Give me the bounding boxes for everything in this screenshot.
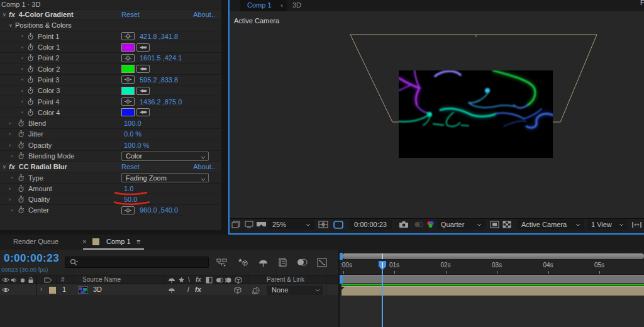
timeline-search-input[interactable] <box>65 257 209 268</box>
color-swatch[interactable] <box>121 43 135 52</box>
frame-blending-icon[interactable] <box>278 258 287 267</box>
stopwatch-icon[interactable] <box>18 119 25 127</box>
composition-viewport[interactable]: Active Camera <box>230 11 644 218</box>
monitor-icon[interactable] <box>245 221 253 228</box>
channel-rgb-icon[interactable] <box>426 221 435 228</box>
view-layout-camera-dropdown[interactable]: Active Camera <box>518 219 584 230</box>
property-value[interactable]: 100.0 <box>124 119 142 127</box>
stopwatch-icon[interactable] <box>18 206 25 214</box>
collapse-caret-icon[interactable]: ∨ <box>8 23 14 28</box>
view-count-dropdown[interactable]: 1 View <box>587 219 628 230</box>
resolution-dropdown[interactable]: Quarter <box>437 219 486 230</box>
tab-back-chevron[interactable]: ‹ <box>280 0 283 11</box>
property-row[interactable]: ›Amount1.0 <box>0 184 221 194</box>
expand-arrow[interactable]: › <box>9 186 14 192</box>
stopwatch-icon[interactable] <box>27 98 34 106</box>
stopwatch-icon[interactable] <box>18 130 25 138</box>
stopwatch-icon[interactable] <box>18 174 25 182</box>
stopwatch-icon[interactable] <box>27 109 34 116</box>
effect-header-row[interactable]: ∨fxCC Radial BlurResetAbout.. <box>0 162 221 172</box>
region-of-interest-icon[interactable] <box>490 221 499 228</box>
about-link[interactable]: About.. <box>193 163 215 170</box>
navigator-start-handle[interactable] <box>340 253 343 260</box>
property-row[interactable]: Color 4 <box>0 108 221 118</box>
layer-visibility-eye-icon[interactable] <box>2 287 9 293</box>
layer-fx-icon[interactable]: fx <box>195 285 201 293</box>
tab-comp1-timeline[interactable]: Comp 1 <box>106 235 131 249</box>
shy-layers-icon[interactable] <box>258 258 269 267</box>
shy-column-icon[interactable] <box>168 277 175 284</box>
property-row[interactable]: Point 21601.5 ,424.1 <box>0 53 221 64</box>
comp-flowchart-icon[interactable] <box>216 258 228 267</box>
color-swatch[interactable] <box>121 108 135 116</box>
stopwatch-icon[interactable] <box>27 54 34 62</box>
point-crosshair-button[interactable] <box>121 32 135 40</box>
grid-guides-icon[interactable] <box>318 221 329 229</box>
property-row[interactable]: ›Blend100.0 <box>0 118 221 129</box>
mask-visibility-icon[interactable] <box>331 220 345 230</box>
color-swatch[interactable] <box>121 87 135 95</box>
solo-icon[interactable] <box>20 278 25 283</box>
parent-dropdown[interactable]: None <box>267 285 323 295</box>
label-column-icon[interactable] <box>44 277 52 284</box>
stopwatch-icon[interactable] <box>18 152 25 160</box>
collapse-caret-icon[interactable]: ∨ <box>1 164 8 170</box>
property-row[interactable]: TypeFading Zoom <box>0 172 221 183</box>
color-swatch[interactable] <box>121 65 135 73</box>
point-crosshair-button[interactable] <box>121 54 135 62</box>
about-link[interactable]: About.. <box>193 11 215 18</box>
magnification-dropdown[interactable]: 25% <box>269 219 314 230</box>
col-number[interactable]: # <box>61 276 65 283</box>
fx-column-icon[interactable]: fx <box>196 276 201 283</box>
property-value[interactable]: 50.0 <box>124 196 137 203</box>
stopwatch-icon[interactable] <box>27 43 34 51</box>
point-value[interactable]: 1601.5 ,424.1 <box>140 54 182 62</box>
work-area-start-handle[interactable] <box>340 275 343 284</box>
expand-arrow[interactable]: › <box>9 196 14 202</box>
property-row[interactable]: Point 1421.8 ,341.8 <box>0 31 221 42</box>
layer-duration-bar[interactable] <box>341 286 644 296</box>
cube-3d-column-icon[interactable] <box>235 277 242 284</box>
audio-speaker-icon[interactable] <box>11 277 18 284</box>
layer-label-chip[interactable] <box>49 287 56 294</box>
tab-comp1-viewer[interactable]: Comp 1‹ <box>240 0 287 11</box>
property-dropdown[interactable]: Fading Zoom <box>121 173 209 182</box>
eyedropper-button[interactable] <box>136 87 150 95</box>
reset-button[interactable]: Reset <box>121 163 140 170</box>
point-value[interactable]: 595.2 ,833.8 <box>140 76 178 84</box>
stopwatch-icon[interactable] <box>18 141 25 149</box>
property-row[interactable]: ›Opacity100.0 % <box>0 140 221 151</box>
layer-expander[interactable]: › <box>40 285 42 292</box>
graph-editor-icon[interactable] <box>317 258 327 267</box>
eyedropper-button[interactable] <box>136 65 150 73</box>
property-row[interactable]: ∨Positions & Colors <box>0 20 221 31</box>
tab-3d-viewer[interactable]: 3D <box>292 0 301 11</box>
stopwatch-icon[interactable] <box>27 87 34 94</box>
point-value[interactable]: 1436.2 ,875.0 <box>140 98 182 106</box>
track-matte-column-icon[interactable] <box>216 277 223 284</box>
playhead-line[interactable] <box>382 269 383 327</box>
collapse-column-icon[interactable] <box>178 277 185 284</box>
lock-icon[interactable] <box>28 277 34 284</box>
show-snapshot-icon[interactable] <box>413 221 425 228</box>
point-crosshair-button[interactable] <box>121 75 135 84</box>
expand-panel-icon[interactable] <box>631 221 641 228</box>
motion-blur-column-icon[interactable] <box>225 277 232 284</box>
property-row[interactable]: Color 1 <box>0 42 221 53</box>
snapshot-camera-icon[interactable] <box>398 221 409 228</box>
property-row[interactable]: Color 3 <box>0 86 221 96</box>
draft-3d-icon[interactable] <box>237 258 248 267</box>
eyedropper-button[interactable] <box>136 108 150 116</box>
tab-close-icon[interactable]: × <box>82 235 86 249</box>
property-row[interactable]: Point 3595.2 ,833.8 <box>0 75 221 86</box>
work-area-bar[interactable] <box>341 275 644 284</box>
stopwatch-icon[interactable] <box>18 196 25 203</box>
expand-arrow[interactable]: › <box>9 120 14 126</box>
tab-render-queue[interactable]: Render Queue <box>13 235 58 249</box>
property-row[interactable]: ›Jitter0.0 % <box>0 129 221 140</box>
effect-header-row[interactable]: ∨fx4-Color GradientResetAbout.. <box>0 9 221 20</box>
property-row[interactable]: Color 2 <box>0 64 221 74</box>
video-eye-icon[interactable] <box>2 277 9 283</box>
layer-quality-icon[interactable]: / <box>187 285 189 293</box>
layer-shy-icon[interactable] <box>168 287 175 294</box>
